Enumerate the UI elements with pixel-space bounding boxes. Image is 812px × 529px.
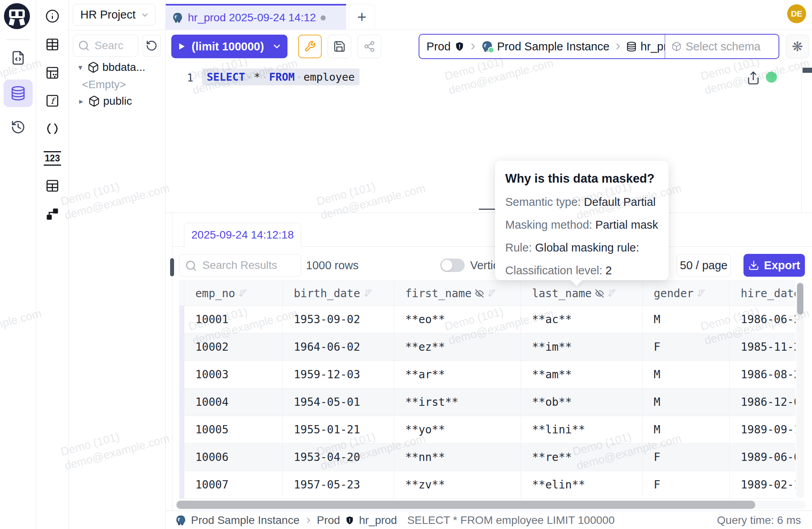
table-cell[interactable]: **eo**	[394, 306, 521, 333]
table-cell[interactable]: **zv**	[394, 471, 521, 498]
database-nav-button[interactable]	[4, 80, 33, 107]
result-set-tab[interactable]: 2025-09-24 14:12:18	[184, 223, 301, 247]
database-sidebar: HR Project ▾ bbdata	[69, 0, 166, 529]
connection-breadcrumb[interactable]: Prod Prod Sample Instance	[419, 34, 779, 59]
sequences-rail-button[interactable]: 123	[44, 150, 61, 167]
table-cell[interactable]: 1959-12-03	[283, 361, 394, 388]
column-header-last_name[interactable]: last_name	[521, 281, 643, 305]
table-cell[interactable]: M	[643, 306, 730, 333]
table-cell[interactable]: **re**	[521, 444, 643, 471]
table-cell[interactable]: 1954-05-01	[283, 388, 394, 416]
refresh-button[interactable]	[143, 35, 161, 57]
eye-off-icon[interactable]	[475, 289, 484, 298]
table-cell[interactable]: 1985-11-2	[730, 333, 795, 361]
caret-down-icon: ▾	[76, 63, 84, 72]
upload-share-icon[interactable]	[746, 71, 760, 85]
table-cell[interactable]: 10003	[184, 361, 283, 388]
new-tab-button[interactable]: +	[349, 4, 375, 30]
table-cell[interactable]: 10007	[184, 471, 283, 498]
table-cell[interactable]: 1986-08-2	[730, 361, 795, 388]
worksheet-nav-button[interactable]	[4, 46, 32, 70]
table-cell[interactable]: **irst**	[394, 388, 521, 416]
table-cell[interactable]: F	[643, 471, 730, 498]
chevron-right-icon	[614, 42, 622, 51]
table-cell[interactable]: 1957-05-23	[283, 471, 394, 498]
table-cell[interactable]: **nn**	[394, 444, 521, 471]
table-cell[interactable]: M	[643, 388, 730, 416]
page-size-selector[interactable]: 50 / page	[677, 254, 731, 277]
tree-item-schema-bbdata[interactable]: ▾ bbdata...	[76, 59, 145, 76]
ai-assistant-button[interactable]: ❋	[786, 35, 809, 58]
sort-icon[interactable]	[697, 289, 706, 298]
table-cell[interactable]: 1989-06-0	[730, 444, 795, 471]
functions-rail-button[interactable]: f	[44, 92, 61, 109]
table-cell[interactable]: 10006	[184, 444, 283, 471]
table-cell[interactable]: M	[643, 416, 730, 443]
table-cell[interactable]: 1953-04-20	[283, 444, 394, 471]
eye-off-icon[interactable]	[595, 289, 604, 298]
share-sheet-button[interactable]	[358, 35, 381, 58]
editor-tab-active[interactable]: hr_prod 2025-09-24 14:12	[166, 4, 346, 30]
bytebase-logo[interactable]	[4, 3, 30, 29]
sort-icon[interactable]	[607, 289, 617, 298]
column-header-birth_date[interactable]: birth_date	[283, 281, 394, 305]
table-cell[interactable]: M	[643, 361, 730, 388]
table-cell[interactable]: 10005	[184, 416, 283, 443]
table-cell[interactable]: **am**	[521, 361, 643, 388]
table-cell[interactable]: F	[643, 333, 730, 361]
sort-icon[interactable]	[238, 289, 248, 298]
table-cell[interactable]: **ob**	[521, 388, 643, 416]
export-button[interactable]: Export	[743, 254, 805, 277]
views-rail-button[interactable]	[44, 177, 61, 194]
run-query-button[interactable]: (limit 100000)	[171, 35, 287, 58]
table-cell[interactable]: 1986-06-2	[730, 306, 795, 333]
tables-rail-button[interactable]	[44, 36, 61, 53]
sql-editor[interactable]: 1 SELECT·*·FROM·employee	[166, 60, 812, 213]
schema-diagram-rail-button[interactable]	[44, 205, 61, 223]
table-cell[interactable]: F	[643, 444, 730, 471]
table-cell[interactable]: 1989-02-1	[730, 471, 795, 498]
table-cell[interactable]: 1989-09-1	[730, 416, 795, 443]
table-cell[interactable]: **im**	[521, 333, 643, 361]
search-icon	[78, 40, 90, 52]
table-row: 100051955-01-21**yo****lini**M1989-09-1	[180, 416, 795, 444]
table-cell[interactable]: **ar**	[394, 361, 521, 388]
table-cell[interactable]: **ac**	[521, 306, 643, 333]
format-sql-button[interactable]	[298, 35, 322, 58]
info-rail-button[interactable]	[44, 7, 61, 25]
toggle-knob	[441, 260, 452, 271]
avatar[interactable]: DE	[787, 4, 806, 23]
sidebar-search-input[interactable]	[94, 36, 137, 55]
column-header-emp_no[interactable]: emp_no	[184, 281, 283, 305]
vertical-scroll-thumb[interactable]	[797, 283, 803, 314]
save-sheet-button[interactable]	[328, 35, 351, 58]
vertical-display-toggle[interactable]	[440, 259, 465, 272]
horizontal-scroll-thumb[interactable]	[176, 501, 755, 509]
table-cell[interactable]: **lini**	[521, 416, 643, 443]
project-selector[interactable]: HR Project	[73, 4, 156, 26]
results-divider-handle[interactable]	[170, 258, 174, 276]
sort-icon[interactable]	[363, 289, 373, 298]
sort-icon[interactable]	[487, 289, 497, 298]
table-cell[interactable]: 10002	[184, 333, 283, 361]
table-cell[interactable]: 1964-06-02	[283, 333, 394, 361]
results-search-input[interactable]	[202, 255, 298, 276]
table-cell[interactable]: 1953-09-02	[283, 306, 394, 333]
table-cell[interactable]: 1955-01-21	[283, 416, 394, 443]
table-cell[interactable]: **yo**	[394, 416, 521, 443]
table-cell[interactable]: 10004	[184, 388, 283, 416]
table-cell[interactable]: 10001	[184, 306, 283, 333]
column-header-first_name[interactable]: first_name	[394, 281, 521, 305]
procedures-rail-button[interactable]	[44, 120, 61, 137]
editor-minimap-slider[interactable]	[803, 68, 812, 73]
column-header-gender[interactable]: gender	[643, 281, 730, 305]
column-header-hire_date[interactable]: hire_date	[730, 281, 795, 305]
tree-item-schema-public[interactable]: ▸ public	[77, 93, 132, 109]
table-cell[interactable]: **ez**	[394, 333, 521, 361]
schema-selector[interactable]: Select schema	[665, 35, 779, 58]
run-query-label: (limit 100000)	[192, 40, 264, 53]
table-cell[interactable]: 1986-12-0	[730, 388, 795, 416]
external-tables-rail-button[interactable]	[44, 64, 61, 81]
table-cell[interactable]: **elin**	[521, 471, 643, 498]
history-nav-button[interactable]	[4, 115, 32, 139]
